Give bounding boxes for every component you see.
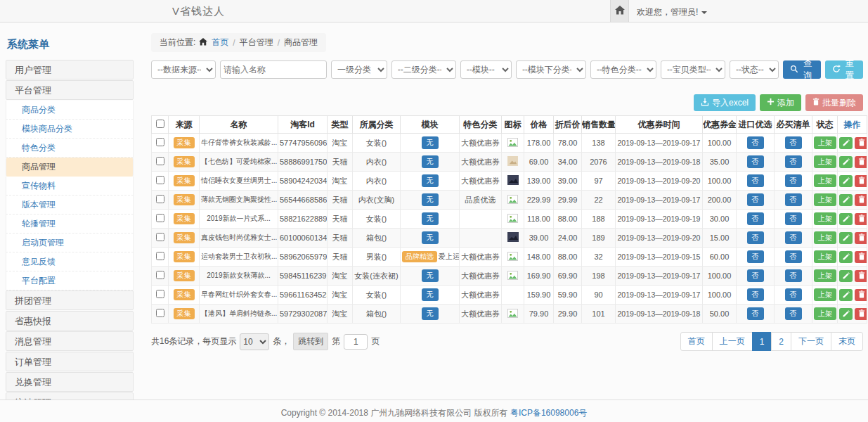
imported-toggle[interactable]: 否 [747,288,764,301]
item-type-select[interactable]: --宝贝类型-- [661,60,725,79]
row-checkbox[interactable] [156,214,164,222]
imported-toggle[interactable]: 否 [747,212,764,225]
delete-button[interactable] [855,175,867,187]
sidebar-item-0[interactable]: 用户管理 [6,60,134,79]
sidebar-item-6[interactable]: 宣传物料 [6,177,134,196]
data-source-select[interactable]: --数据来源-- [151,60,216,79]
user-menu[interactable]: 欢迎您，管理员! [637,6,707,18]
status-toggle[interactable]: 上架 [814,174,836,187]
sidebar-item-3[interactable]: 模块商品分类 [6,120,134,139]
delete-button[interactable] [855,270,867,282]
sidebar-item-14[interactable]: 消息管理 [6,331,134,351]
jump-button[interactable]: 跳转到 [293,333,328,350]
reset-button[interactable]: 重置 [825,60,863,79]
imported-toggle[interactable]: 否 [747,269,764,282]
delete-button[interactable] [855,194,867,206]
edit-button[interactable] [839,232,853,244]
row-checkbox[interactable] [156,271,164,279]
edit-button[interactable] [839,289,853,301]
row-checkbox[interactable] [156,252,164,260]
breadcrumb-item-0[interactable]: 首页 [212,37,228,49]
row-checkbox[interactable] [156,176,164,184]
page-size-select[interactable]: 10 [240,333,269,350]
must-buy-toggle[interactable]: 否 [785,174,802,187]
status-toggle[interactable]: 上架 [814,307,836,320]
feature-category-select[interactable]: --特色分类-- [590,60,656,79]
home-button[interactable] [610,0,629,22]
must-buy-toggle[interactable]: 否 [785,155,802,168]
row-checkbox[interactable] [156,290,164,298]
page-button-末页[interactable]: 末页 [831,332,863,351]
must-buy-toggle[interactable]: 否 [785,307,802,320]
status-toggle[interactable]: 上架 [814,193,836,206]
sidebar-item-8[interactable]: 轮播管理 [6,215,134,234]
imported-toggle[interactable]: 否 [747,193,764,206]
primary-category-select[interactable]: 一级分类 [331,60,387,79]
sidebar-item-5[interactable]: 商品管理 [6,158,134,177]
sidebar-item-11[interactable]: 平台配置 [6,271,134,290]
sidebar-item-1[interactable]: 平台管理 [6,80,134,100]
imported-toggle[interactable]: 否 [747,174,764,187]
edit-button[interactable] [839,251,853,263]
sidebar-item-17[interactable]: 统计管理 [6,392,134,399]
icp-link[interactable]: 粤ICP备16098006号 [510,408,587,418]
must-buy-toggle[interactable]: 否 [785,212,802,225]
imported-toggle[interactable]: 否 [747,136,764,149]
edit-button[interactable] [839,137,853,149]
imported-toggle[interactable]: 否 [747,231,764,244]
edit-button[interactable] [839,175,853,187]
must-buy-toggle[interactable]: 否 [785,288,802,301]
status-toggle[interactable]: 上架 [814,288,836,301]
jump-page-input[interactable] [344,334,368,350]
row-checkbox[interactable] [156,233,164,241]
page-button-1[interactable]: 1 [752,332,772,351]
row-checkbox[interactable] [156,195,164,203]
imported-toggle[interactable]: 否 [747,155,764,168]
must-buy-toggle[interactable]: 否 [785,193,802,206]
must-buy-toggle[interactable]: 否 [785,231,802,244]
delete-button[interactable] [855,156,867,168]
delete-button[interactable] [855,289,867,301]
delete-button[interactable] [855,232,867,244]
imported-toggle[interactable]: 否 [747,307,764,320]
delete-button[interactable] [855,213,867,225]
import-excel-button[interactable]: 导入excel [694,94,756,111]
page-button-2[interactable]: 2 [771,332,791,351]
status-toggle[interactable]: 上架 [814,212,836,225]
delete-button[interactable] [855,251,867,263]
status-toggle[interactable]: 上架 [814,250,836,263]
page-button-下一页[interactable]: 下一页 [791,332,831,351]
status-toggle[interactable]: 上架 [814,136,836,149]
row-checkbox[interactable] [156,138,164,146]
name-search-input[interactable] [220,60,327,79]
imported-toggle[interactable]: 否 [747,250,764,263]
sidebar-item-4[interactable]: 特色分类 [6,139,134,158]
status-select[interactable]: --状态-- [730,60,779,79]
must-buy-toggle[interactable]: 否 [785,269,802,282]
search-button[interactable]: 查询 [783,60,821,79]
row-checkbox[interactable] [156,157,164,165]
edit-button[interactable] [839,270,853,282]
add-button[interactable]: 添加 [760,94,801,111]
must-buy-toggle[interactable]: 否 [785,250,802,263]
status-toggle[interactable]: 上架 [814,231,836,244]
status-toggle[interactable]: 上架 [814,269,836,282]
sidebar-item-16[interactable]: 兑换管理 [6,372,134,392]
secondary-category-select[interactable]: --二级分类-- [391,60,456,79]
row-checkbox[interactable] [156,309,164,317]
select-all-checkbox[interactable] [156,120,164,128]
sidebar-item-13[interactable]: 省惠快报 [6,311,134,331]
status-toggle[interactable]: 上架 [814,155,836,168]
edit-button[interactable] [839,308,853,320]
module-subcategory-select[interactable]: --模块下分类-- [516,60,586,79]
delete-button[interactable] [855,308,867,320]
edit-button[interactable] [839,194,853,206]
edit-button[interactable] [839,156,853,168]
sidebar-item-2[interactable]: 商品分类 [6,101,134,120]
sidebar-item-7[interactable]: 版本管理 [6,196,134,215]
sidebar-item-9[interactable]: 启动页管理 [6,234,134,252]
edit-button[interactable] [839,213,853,225]
must-buy-toggle[interactable]: 否 [785,136,802,149]
page-button-上一页[interactable]: 上一页 [712,332,753,351]
sidebar-item-15[interactable]: 订单管理 [6,352,134,371]
